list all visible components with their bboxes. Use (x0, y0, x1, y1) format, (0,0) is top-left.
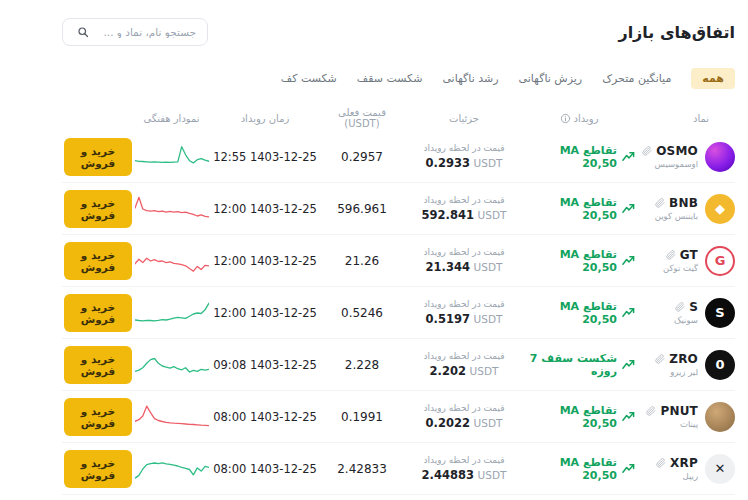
trend-up-icon (622, 151, 635, 162)
coin-symbol: BNB (669, 196, 698, 210)
trend-up-icon (622, 203, 635, 214)
event-price-label: قیمت در لحظه رویداد (405, 195, 523, 205)
coin-cell: G GT گیت توکن (635, 246, 735, 276)
event-cell: تقاطع MA 20,50 (523, 456, 635, 482)
event-time: 08:00 1403-12-25 (211, 410, 319, 424)
coin-symbol: ZRO (669, 352, 698, 366)
paperclip-link-icon[interactable] (646, 406, 656, 416)
current-price: 21.26 (319, 254, 405, 268)
column-header-symbol: نماد (635, 113, 735, 124)
event-time: 08:00 1403-12-25 (211, 462, 319, 476)
column-header-current-price: قیمت فعلی (USDT) (319, 107, 405, 129)
topbar: اتفاق‌های بازار (62, 12, 735, 52)
event-price-value: 0.5197 (426, 312, 470, 326)
quote-unit: USDT (474, 313, 503, 325)
coin-cell: OSMO اوسموسیس (635, 142, 735, 172)
coin-cell: ✕ XRP ریپل (635, 454, 735, 484)
trend-up-icon (622, 359, 635, 370)
buy-sell-button[interactable]: خرید و فروش (64, 450, 132, 488)
table-row[interactable]: OSMO اوسموسیس (62, 131, 735, 183)
current-price: 596.961 (319, 202, 405, 216)
buy-sell-button[interactable]: خرید و فروش (64, 190, 132, 228)
current-price: 2.42833 (319, 462, 405, 476)
market-events-page: اتفاق‌های بازار همه میانگین متحرک ریزش ن… (62, 12, 735, 495)
current-price: 0.1991 (319, 410, 405, 424)
paperclip-link-icon[interactable] (675, 302, 685, 312)
table-row[interactable]: G GT گیت توکن (62, 235, 735, 287)
details-cell: قیمت در لحظه رویداد 592.841 USDT (405, 195, 523, 222)
coin-cell: PNUT پینات (635, 402, 735, 432)
search-input[interactable] (94, 25, 198, 39)
info-icon[interactable] (560, 113, 571, 124)
paperclip-link-icon[interactable] (656, 458, 666, 468)
coin-cell: 0 ZRO لیر زیرو (635, 350, 735, 380)
details-cell: قیمت در لحظه رویداد 2.202 USDT (405, 351, 523, 378)
coin-name: اوسموسیس (642, 159, 698, 169)
tab-item[interactable]: شکست سقف (357, 68, 423, 89)
trend-up-icon (622, 307, 635, 318)
event-price-value: 2.202 (430, 364, 466, 378)
coin-icon: G (705, 246, 735, 276)
quote-unit: USDT (470, 365, 499, 377)
trend-up-icon (622, 411, 635, 422)
tab-item[interactable]: ریزش ناگهانی (519, 68, 583, 89)
coin-name: گیت توکن (663, 263, 698, 273)
coin-icon: S (705, 298, 735, 328)
table-row[interactable]: 0 ZRO لیر زیرو (62, 339, 735, 391)
buy-sell-button[interactable]: خرید و فروش (64, 138, 132, 176)
tab-item[interactable]: میانگین متحرک (602, 68, 671, 89)
table-row[interactable]: ◆ BNB بایننس کوین (62, 183, 735, 235)
column-header-event: رویداد (523, 113, 635, 124)
event-cell: شکست سقف 7 روزه (523, 352, 635, 378)
coin-icon: ✕ (705, 454, 735, 484)
event-time: 12:00 1403-12-25 (211, 202, 319, 216)
paperclip-link-icon[interactable] (655, 198, 665, 208)
event-price-label: قیمت در لحظه رویداد (405, 143, 523, 153)
quote-unit: USDT (474, 157, 503, 169)
coin-icon: ◆ (705, 194, 735, 224)
buy-sell-button[interactable]: خرید و فروش (64, 346, 132, 384)
table-row[interactable]: S S سونیک (62, 287, 735, 339)
tab-item[interactable]: همه (691, 68, 735, 89)
event-price-label: قیمت در لحظه رویداد (405, 247, 523, 257)
coin-icon (705, 142, 735, 172)
event-label: تقاطع MA 20,50 (523, 144, 617, 170)
buy-sell-button[interactable]: خرید و فروش (64, 398, 132, 436)
event-price-label: قیمت در لحظه رویداد (405, 351, 523, 361)
event-price-label: قیمت در لحظه رویداد (405, 455, 523, 465)
search-icon (77, 26, 89, 38)
event-price-value: 592.841 (422, 208, 474, 222)
column-header-event-time: زمان رویداد (211, 113, 319, 124)
event-cell: تقاطع MA 20,50 (523, 404, 635, 430)
event-time: 12:55 1403-12-25 (211, 150, 319, 164)
coin-cell: S S سونیک (635, 298, 735, 328)
action-cell: خرید و فروش (62, 450, 132, 488)
buy-sell-button[interactable]: خرید و فروش (64, 294, 132, 332)
paperclip-link-icon[interactable] (655, 354, 665, 364)
event-price-value: 0.2933 (426, 156, 470, 170)
current-price: 0.5246 (319, 306, 405, 320)
event-label: شکست سقف 7 روزه (523, 352, 617, 378)
column-header-weekly-chart: نمودار هفتگی (132, 113, 211, 124)
event-cell: تقاطع MA 20,50 (523, 300, 635, 326)
details-cell: قیمت در لحظه رویداد 0.5197 USDT (405, 299, 523, 326)
table-header-row: نماد رویداد جزئیات قیمت فعلی (USDT) زمان… (62, 105, 735, 131)
search-box[interactable] (62, 18, 208, 46)
event-cell: تقاطع MA 20,50 (523, 144, 635, 170)
tab-item[interactable]: رشد ناگهانی (442, 68, 498, 89)
buy-sell-button[interactable]: خرید و فروش (64, 242, 132, 280)
event-price-value: 21.344 (426, 260, 470, 274)
coin-name: ریپل (656, 471, 698, 481)
table-row[interactable]: ✕ XRP ریپل (62, 443, 735, 495)
event-label: تقاطع MA 20,50 (523, 248, 617, 274)
quote-unit: USDT (478, 209, 507, 221)
page-title: اتفاق‌های بازار (618, 23, 735, 42)
paperclip-link-icon[interactable] (642, 146, 652, 156)
coin-icon (705, 402, 735, 432)
paperclip-link-icon[interactable] (666, 250, 676, 260)
tab-item[interactable]: شکست کف (281, 68, 337, 89)
action-cell: خرید و فروش (62, 346, 132, 384)
action-cell: خرید و فروش (62, 294, 132, 332)
details-cell: قیمت در لحظه رویداد 21.344 USDT (405, 247, 523, 274)
table-row[interactable]: PNUT پینات (62, 391, 735, 443)
